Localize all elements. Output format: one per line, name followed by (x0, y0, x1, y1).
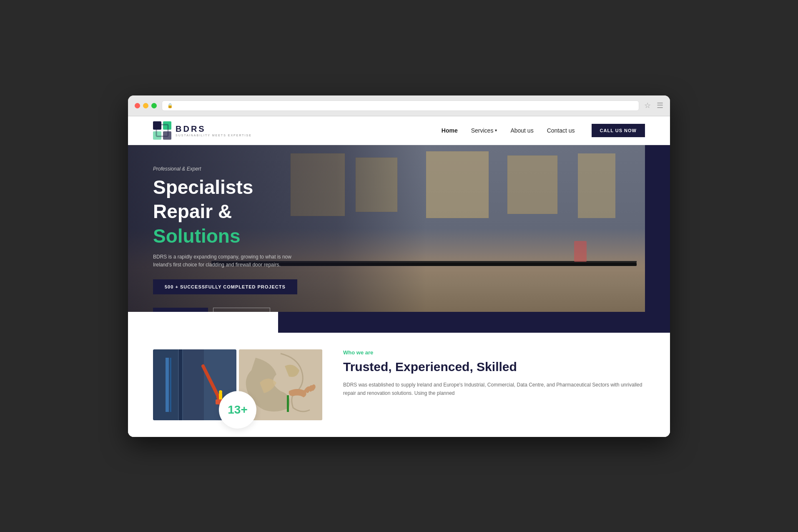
nav-contact[interactable]: Contact us (547, 127, 575, 134)
hero-title-line2: Repair & (153, 201, 336, 222)
about-section: 13+ Who we are Trusted, Experienced, Ski… (128, 333, 670, 437)
logo-text: BDRS SUSTAINABILITY MEETS EXPERTISE (176, 124, 252, 137)
hero-section: Professional & Expert Specialists Repair… (128, 145, 670, 312)
tarp-3 (426, 151, 489, 218)
svg-rect-14 (219, 393, 222, 399)
lock-icon: 🔒 (167, 103, 173, 108)
svg-rect-18 (287, 395, 289, 412)
svg-rect-1 (163, 121, 171, 130)
about-counter: 13+ (219, 391, 256, 429)
about-label: Who we are (343, 349, 645, 356)
hero-description: BDRS is a rapidly expanding company, gro… (153, 253, 295, 269)
svg-rect-8 (183, 349, 204, 420)
hero-title: Specialists Repair & Solutions (153, 177, 336, 247)
logo-brand-name: BDRS (176, 124, 252, 134)
purple-accent-strip (278, 312, 670, 333)
navbar: BDRS SUSTAINABILITY MEETS EXPERTISE Home… (128, 116, 670, 145)
about-title: Trusted, Experienced, Skilled (343, 360, 645, 374)
about-text: Who we are Trusted, Experienced, Skilled… (343, 349, 645, 398)
svg-rect-3 (163, 131, 171, 140)
traffic-lights (135, 103, 157, 108)
hero-title-line1: Specialists (153, 177, 336, 198)
svg-point-15 (219, 390, 222, 394)
nav-home[interactable]: Home (442, 127, 458, 134)
enquire-now-button[interactable]: ENQUIRE NOW (213, 308, 270, 312)
svg-rect-2 (153, 131, 161, 140)
tarp-4 (507, 156, 557, 214)
svg-rect-7 (179, 349, 182, 420)
browser-chrome: 🔒 ☆ ☰ (128, 95, 670, 116)
svg-rect-10 (170, 358, 171, 412)
browser-window: 🔒 ☆ ☰ BDRS SUSTAINABILITY MEETS (128, 95, 670, 437)
menu-icon[interactable]: ☰ (657, 101, 663, 110)
about-description: BDRS was established to supply Ireland a… (343, 381, 645, 398)
hero-content: Professional & Expert Specialists Repair… (128, 145, 361, 312)
logo-icon (153, 121, 171, 140)
call-now-button[interactable]: CALL US NOW (153, 308, 208, 312)
website: BDRS SUSTAINABILITY MEETS EXPERTISE Home… (128, 116, 670, 437)
logo-tagline: SUSTAINABILITY MEETS EXPERTISE (176, 134, 252, 137)
hero-title-green: Solutions (153, 226, 336, 247)
traffic-light-close[interactable] (135, 103, 140, 108)
nav-services[interactable]: Services ▾ (471, 127, 497, 134)
projects-button[interactable]: 500 + SUCCESSFULLY COMPLETED PROJECTS (153, 279, 297, 294)
traffic-light-maximize[interactable] (151, 103, 157, 108)
logo-area[interactable]: BDRS SUSTAINABILITY MEETS EXPERTISE (153, 121, 252, 140)
bookmark-icon[interactable]: ☆ (644, 101, 651, 110)
traffic-light-minimize[interactable] (143, 103, 148, 108)
nav-cta-button[interactable]: CALL US NOW (592, 124, 645, 137)
nav-about[interactable]: About us (510, 127, 533, 134)
svg-rect-9 (166, 358, 169, 412)
nav-links: Home Services ▾ About us Contact us (442, 127, 575, 134)
hero-subtitle: Professional & Expert (153, 166, 336, 172)
chevron-down-icon: ▾ (495, 128, 497, 133)
about-images: 13+ (153, 349, 322, 420)
address-bar[interactable]: 🔒 (162, 100, 639, 111)
tarp-5 (578, 153, 615, 218)
hero-action-buttons: CALL US NOW ENQUIRE NOW (153, 308, 336, 312)
browser-actions: ☆ ☰ (644, 101, 663, 110)
equipment-red (574, 241, 587, 262)
hero-right-accent (645, 145, 670, 312)
svg-rect-0 (153, 121, 161, 130)
